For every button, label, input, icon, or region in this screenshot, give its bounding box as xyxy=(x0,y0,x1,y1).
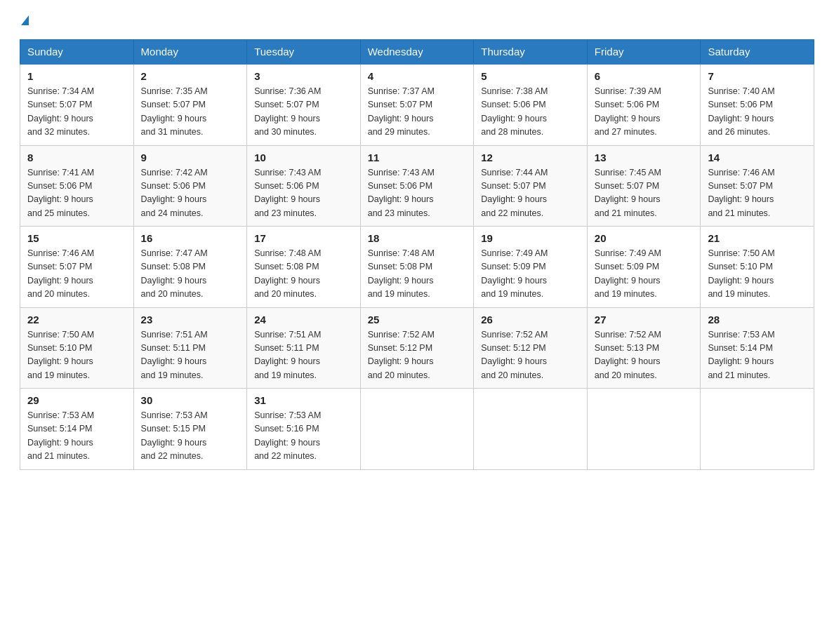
calendar-cell: 8 Sunrise: 7:41 AM Sunset: 5:06 PM Dayli… xyxy=(20,145,134,227)
day-number: 11 xyxy=(368,152,467,163)
day-number: 30 xyxy=(141,394,240,406)
calendar-cell: 18 Sunrise: 7:48 AM Sunset: 5:08 PM Dayl… xyxy=(360,227,474,308)
day-number: 13 xyxy=(595,152,694,163)
calendar-cell: 1 Sunrise: 7:34 AM Sunset: 5:07 PM Dayli… xyxy=(20,64,134,145)
day-number: 31 xyxy=(254,394,353,406)
calendar-cell: 14 Sunrise: 7:46 AM Sunset: 5:07 PM Dayl… xyxy=(701,145,814,227)
calendar-cell xyxy=(701,389,814,470)
day-info: Sunrise: 7:53 AM Sunset: 5:16 PM Dayligh… xyxy=(254,409,353,464)
day-number: 22 xyxy=(27,314,126,326)
logo-arrow-icon xyxy=(21,15,29,25)
day-number: 21 xyxy=(708,232,807,244)
day-number: 24 xyxy=(254,314,353,326)
day-number: 18 xyxy=(368,232,467,244)
calendar-cell: 11 Sunrise: 7:43 AM Sunset: 5:06 PM Dayl… xyxy=(360,145,474,227)
day-number: 10 xyxy=(254,152,353,163)
page-header xyxy=(20,17,814,27)
calendar-cell: 16 Sunrise: 7:47 AM Sunset: 5:08 PM Dayl… xyxy=(133,227,247,308)
calendar-week-row: 8 Sunrise: 7:41 AM Sunset: 5:06 PM Dayli… xyxy=(20,145,814,227)
day-number: 16 xyxy=(141,232,240,244)
day-number: 7 xyxy=(708,70,807,82)
calendar-cell: 29 Sunrise: 7:53 AM Sunset: 5:14 PM Dayl… xyxy=(20,389,134,470)
calendar-cell: 4 Sunrise: 7:37 AM Sunset: 5:07 PM Dayli… xyxy=(360,64,474,145)
weekday-header-wednesday: Wednesday xyxy=(360,40,474,65)
calendar-cell: 15 Sunrise: 7:46 AM Sunset: 5:07 PM Dayl… xyxy=(20,227,134,308)
day-info: Sunrise: 7:34 AM Sunset: 5:07 PM Dayligh… xyxy=(27,85,126,140)
calendar-cell: 23 Sunrise: 7:51 AM Sunset: 5:11 PM Dayl… xyxy=(133,307,247,389)
calendar-cell: 30 Sunrise: 7:53 AM Sunset: 5:15 PM Dayl… xyxy=(133,389,247,470)
calendar-cell xyxy=(360,389,474,470)
day-info: Sunrise: 7:52 AM Sunset: 5:13 PM Dayligh… xyxy=(595,328,694,383)
day-info: Sunrise: 7:39 AM Sunset: 5:06 PM Dayligh… xyxy=(595,85,694,140)
calendar-cell: 10 Sunrise: 7:43 AM Sunset: 5:06 PM Dayl… xyxy=(247,145,361,227)
day-info: Sunrise: 7:43 AM Sunset: 5:06 PM Dayligh… xyxy=(368,166,467,221)
calendar-cell: 19 Sunrise: 7:49 AM Sunset: 5:09 PM Dayl… xyxy=(474,227,588,308)
calendar-cell: 2 Sunrise: 7:35 AM Sunset: 5:07 PM Dayli… xyxy=(133,64,247,145)
calendar-cell xyxy=(474,389,588,470)
calendar-cell: 13 Sunrise: 7:45 AM Sunset: 5:07 PM Dayl… xyxy=(587,145,701,227)
calendar-cell: 17 Sunrise: 7:48 AM Sunset: 5:08 PM Dayl… xyxy=(247,227,361,308)
weekday-header-row: SundayMondayTuesdayWednesdayThursdayFrid… xyxy=(20,40,814,65)
day-number: 3 xyxy=(254,70,353,82)
calendar-table: SundayMondayTuesdayWednesdayThursdayFrid… xyxy=(20,39,814,470)
day-info: Sunrise: 7:36 AM Sunset: 5:07 PM Dayligh… xyxy=(254,85,353,140)
weekday-header-thursday: Thursday xyxy=(474,40,588,65)
day-info: Sunrise: 7:48 AM Sunset: 5:08 PM Dayligh… xyxy=(368,247,467,302)
calendar-cell: 26 Sunrise: 7:52 AM Sunset: 5:12 PM Dayl… xyxy=(474,307,588,389)
day-number: 6 xyxy=(595,70,694,82)
day-number: 1 xyxy=(27,70,126,82)
calendar-cell: 27 Sunrise: 7:52 AM Sunset: 5:13 PM Dayl… xyxy=(587,307,701,389)
calendar-cell: 9 Sunrise: 7:42 AM Sunset: 5:06 PM Dayli… xyxy=(133,145,247,227)
calendar-cell: 5 Sunrise: 7:38 AM Sunset: 5:06 PM Dayli… xyxy=(474,64,588,145)
day-info: Sunrise: 7:51 AM Sunset: 5:11 PM Dayligh… xyxy=(141,328,240,383)
day-info: Sunrise: 7:45 AM Sunset: 5:07 PM Dayligh… xyxy=(595,166,694,221)
day-info: Sunrise: 7:42 AM Sunset: 5:06 PM Dayligh… xyxy=(141,166,240,221)
weekday-header-friday: Friday xyxy=(587,40,701,65)
day-info: Sunrise: 7:48 AM Sunset: 5:08 PM Dayligh… xyxy=(254,247,353,302)
day-number: 2 xyxy=(141,70,240,82)
day-number: 9 xyxy=(141,152,240,163)
day-info: Sunrise: 7:49 AM Sunset: 5:09 PM Dayligh… xyxy=(595,247,694,302)
calendar-cell: 6 Sunrise: 7:39 AM Sunset: 5:06 PM Dayli… xyxy=(587,64,701,145)
calendar-cell: 21 Sunrise: 7:50 AM Sunset: 5:10 PM Dayl… xyxy=(701,227,814,308)
calendar-cell: 31 Sunrise: 7:53 AM Sunset: 5:16 PM Dayl… xyxy=(247,389,361,470)
day-number: 25 xyxy=(368,314,467,326)
calendar-cell: 7 Sunrise: 7:40 AM Sunset: 5:06 PM Dayli… xyxy=(701,64,814,145)
day-info: Sunrise: 7:43 AM Sunset: 5:06 PM Dayligh… xyxy=(254,166,353,221)
weekday-header-sunday: Sunday xyxy=(20,40,134,65)
weekday-header-monday: Monday xyxy=(133,40,247,65)
weekday-header-tuesday: Tuesday xyxy=(247,40,361,65)
day-info: Sunrise: 7:35 AM Sunset: 5:07 PM Dayligh… xyxy=(141,85,240,140)
day-info: Sunrise: 7:46 AM Sunset: 5:07 PM Dayligh… xyxy=(27,247,126,302)
calendar-cell xyxy=(587,389,701,470)
day-info: Sunrise: 7:47 AM Sunset: 5:08 PM Dayligh… xyxy=(141,247,240,302)
day-number: 20 xyxy=(595,232,694,244)
day-info: Sunrise: 7:38 AM Sunset: 5:06 PM Dayligh… xyxy=(481,85,580,140)
day-number: 14 xyxy=(708,152,807,163)
day-number: 4 xyxy=(368,70,467,82)
day-info: Sunrise: 7:44 AM Sunset: 5:07 PM Dayligh… xyxy=(481,166,580,221)
day-number: 29 xyxy=(27,394,126,406)
day-info: Sunrise: 7:53 AM Sunset: 5:14 PM Dayligh… xyxy=(708,328,807,383)
calendar-cell: 25 Sunrise: 7:52 AM Sunset: 5:12 PM Dayl… xyxy=(360,307,474,389)
day-number: 15 xyxy=(27,232,126,244)
day-number: 5 xyxy=(481,70,580,82)
calendar-cell: 24 Sunrise: 7:51 AM Sunset: 5:11 PM Dayl… xyxy=(247,307,361,389)
logo xyxy=(20,17,29,27)
calendar-cell: 3 Sunrise: 7:36 AM Sunset: 5:07 PM Dayli… xyxy=(247,64,361,145)
day-number: 12 xyxy=(481,152,580,163)
day-info: Sunrise: 7:52 AM Sunset: 5:12 PM Dayligh… xyxy=(481,328,580,383)
calendar-week-row: 22 Sunrise: 7:50 AM Sunset: 5:10 PM Dayl… xyxy=(20,307,814,389)
day-info: Sunrise: 7:49 AM Sunset: 5:09 PM Dayligh… xyxy=(481,247,580,302)
day-info: Sunrise: 7:52 AM Sunset: 5:12 PM Dayligh… xyxy=(368,328,467,383)
weekday-header-saturday: Saturday xyxy=(701,40,814,65)
calendar-cell: 28 Sunrise: 7:53 AM Sunset: 5:14 PM Dayl… xyxy=(701,307,814,389)
day-number: 26 xyxy=(481,314,580,326)
day-number: 17 xyxy=(254,232,353,244)
day-number: 27 xyxy=(595,314,694,326)
day-number: 23 xyxy=(141,314,240,326)
day-info: Sunrise: 7:37 AM Sunset: 5:07 PM Dayligh… xyxy=(368,85,467,140)
day-info: Sunrise: 7:50 AM Sunset: 5:10 PM Dayligh… xyxy=(27,328,126,383)
day-info: Sunrise: 7:46 AM Sunset: 5:07 PM Dayligh… xyxy=(708,166,807,221)
day-info: Sunrise: 7:41 AM Sunset: 5:06 PM Dayligh… xyxy=(27,166,126,221)
